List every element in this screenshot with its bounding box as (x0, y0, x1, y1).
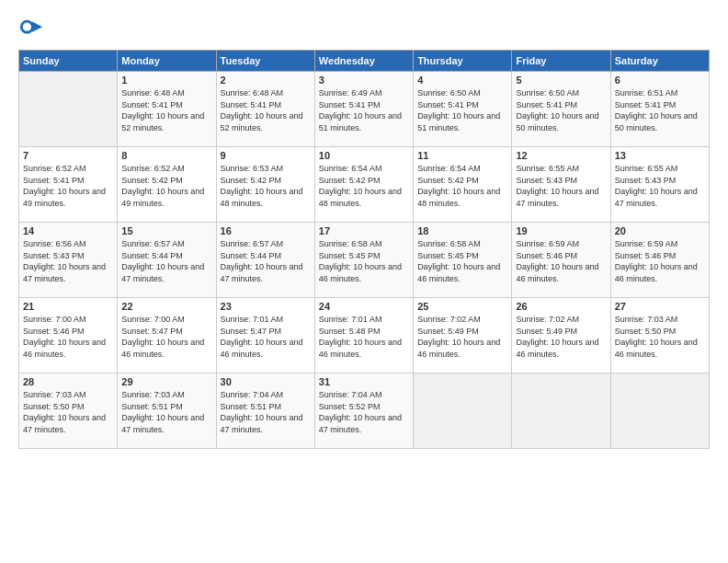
day-number: 27 (615, 301, 705, 312)
day-number: 13 (615, 150, 705, 161)
calendar-cell: 12Sunrise: 6:55 AMSunset: 5:43 PMDayligh… (512, 147, 610, 223)
day-number: 1 (121, 75, 211, 86)
day-info: Sunrise: 7:02 AMSunset: 5:49 PMDaylight:… (417, 314, 507, 360)
calendar-cell: 7Sunrise: 6:52 AMSunset: 5:41 PMDaylight… (19, 147, 118, 223)
day-info: Sunrise: 6:58 AMSunset: 5:45 PMDaylight:… (417, 238, 507, 284)
weekday-header-cell: Monday (118, 51, 216, 72)
day-info: Sunrise: 7:00 AMSunset: 5:46 PMDaylight:… (23, 314, 113, 360)
calendar-week-row: 28Sunrise: 7:03 AMSunset: 5:50 PMDayligh… (19, 373, 710, 449)
calendar-cell: 25Sunrise: 7:02 AMSunset: 5:49 PMDayligh… (414, 298, 512, 373)
weekday-header-row: SundayMondayTuesdayWednesdayThursdayFrid… (19, 51, 710, 72)
calendar-cell: 11Sunrise: 6:54 AMSunset: 5:42 PMDayligh… (414, 147, 512, 223)
weekday-header-cell: Friday (512, 51, 610, 72)
day-number: 21 (23, 301, 113, 312)
day-number: 26 (516, 301, 606, 312)
day-number: 3 (319, 75, 409, 86)
day-info: Sunrise: 7:04 AMSunset: 5:51 PMDaylight:… (221, 389, 311, 435)
calendar-cell: 17Sunrise: 6:58 AMSunset: 5:45 PMDayligh… (314, 223, 413, 298)
calendar-cell: 31Sunrise: 7:04 AMSunset: 5:52 PMDayligh… (314, 373, 413, 449)
calendar-cell: 13Sunrise: 6:55 AMSunset: 5:43 PMDayligh… (610, 147, 709, 223)
day-number: 4 (417, 75, 507, 86)
day-info: Sunrise: 6:55 AMSunset: 5:43 PMDaylight:… (516, 163, 606, 209)
day-info: Sunrise: 6:51 AMSunset: 5:41 PMDaylight:… (615, 87, 705, 133)
day-number: 2 (221, 75, 311, 86)
day-number: 10 (319, 150, 409, 161)
day-number: 17 (319, 225, 409, 236)
calendar-cell: 9Sunrise: 6:53 AMSunset: 5:42 PMDaylight… (216, 147, 314, 223)
day-number: 6 (615, 75, 705, 86)
calendar-cell: 20Sunrise: 6:59 AMSunset: 5:46 PMDayligh… (610, 223, 709, 298)
calendar-cell: 5Sunrise: 6:50 AMSunset: 5:41 PMDaylight… (512, 72, 610, 147)
calendar-cell: 28Sunrise: 7:03 AMSunset: 5:50 PMDayligh… (19, 373, 118, 449)
day-info: Sunrise: 6:56 AMSunset: 5:43 PMDaylight:… (23, 238, 113, 284)
calendar-cell: 10Sunrise: 6:54 AMSunset: 5:42 PMDayligh… (314, 147, 413, 223)
calendar-cell: 2Sunrise: 6:48 AMSunset: 5:41 PMDaylight… (216, 72, 314, 147)
weekday-header-cell: Saturday (610, 51, 709, 72)
day-info: Sunrise: 6:57 AMSunset: 5:44 PMDaylight:… (121, 238, 211, 284)
day-number: 9 (221, 150, 311, 161)
calendar-week-row: 7Sunrise: 6:52 AMSunset: 5:41 PMDaylight… (19, 147, 710, 223)
day-number: 23 (221, 301, 311, 312)
day-number: 28 (23, 376, 113, 387)
page: SundayMondayTuesdayWednesdayThursdayFrid… (0, 0, 728, 563)
calendar-cell: 19Sunrise: 6:59 AMSunset: 5:46 PMDayligh… (512, 223, 610, 298)
day-number: 11 (417, 150, 507, 161)
day-info: Sunrise: 6:54 AMSunset: 5:42 PMDaylight:… (319, 163, 409, 209)
day-info: Sunrise: 6:59 AMSunset: 5:46 PMDaylight:… (516, 238, 606, 284)
day-info: Sunrise: 7:03 AMSunset: 5:50 PMDaylight:… (615, 314, 705, 360)
day-info: Sunrise: 6:52 AMSunset: 5:41 PMDaylight:… (23, 163, 113, 209)
calendar-table: SundayMondayTuesdayWednesdayThursdayFrid… (18, 50, 710, 449)
day-info: Sunrise: 7:01 AMSunset: 5:47 PMDaylight:… (221, 314, 311, 360)
day-info: Sunrise: 7:01 AMSunset: 5:48 PMDaylight:… (319, 314, 409, 360)
day-number: 12 (516, 150, 606, 161)
day-number: 31 (319, 376, 409, 387)
svg-point-2 (23, 23, 31, 31)
day-info: Sunrise: 7:04 AMSunset: 5:52 PMDaylight:… (319, 389, 409, 435)
logo-icon (18, 17, 44, 42)
day-number: 20 (615, 225, 705, 236)
calendar-week-row: 21Sunrise: 7:00 AMSunset: 5:46 PMDayligh… (19, 298, 710, 373)
weekday-header-cell: Wednesday (314, 51, 413, 72)
weekday-header-cell: Sunday (19, 51, 118, 72)
day-number: 24 (319, 301, 409, 312)
calendar-cell: 21Sunrise: 7:00 AMSunset: 5:46 PMDayligh… (19, 298, 118, 373)
logo (18, 17, 48, 42)
calendar-cell: 4Sunrise: 6:50 AMSunset: 5:41 PMDaylight… (414, 72, 512, 147)
calendar-cell: 18Sunrise: 6:58 AMSunset: 5:45 PMDayligh… (414, 223, 512, 298)
calendar-cell: 22Sunrise: 7:00 AMSunset: 5:47 PMDayligh… (118, 298, 216, 373)
calendar-cell: 16Sunrise: 6:57 AMSunset: 5:44 PMDayligh… (216, 223, 314, 298)
calendar-cell: 26Sunrise: 7:02 AMSunset: 5:49 PMDayligh… (512, 298, 610, 373)
day-number: 29 (121, 376, 211, 387)
day-info: Sunrise: 6:50 AMSunset: 5:41 PMDaylight:… (417, 87, 507, 133)
day-number: 8 (121, 150, 211, 161)
calendar-cell: 23Sunrise: 7:01 AMSunset: 5:47 PMDayligh… (216, 298, 314, 373)
day-info: Sunrise: 6:54 AMSunset: 5:42 PMDaylight:… (417, 163, 507, 209)
day-info: Sunrise: 6:59 AMSunset: 5:46 PMDaylight:… (615, 238, 705, 284)
day-info: Sunrise: 6:53 AMSunset: 5:42 PMDaylight:… (221, 163, 311, 209)
day-info: Sunrise: 6:52 AMSunset: 5:42 PMDaylight:… (121, 163, 211, 209)
header (18, 17, 710, 42)
day-number: 7 (23, 150, 113, 161)
day-info: Sunrise: 7:00 AMSunset: 5:47 PMDaylight:… (121, 314, 211, 360)
calendar-cell (19, 72, 118, 147)
calendar-cell: 27Sunrise: 7:03 AMSunset: 5:50 PMDayligh… (610, 298, 709, 373)
day-number: 16 (221, 225, 311, 236)
calendar-cell (512, 373, 610, 449)
calendar-cell: 29Sunrise: 7:03 AMSunset: 5:51 PMDayligh… (118, 373, 216, 449)
calendar-cell: 14Sunrise: 6:56 AMSunset: 5:43 PMDayligh… (19, 223, 118, 298)
calendar-cell: 30Sunrise: 7:04 AMSunset: 5:51 PMDayligh… (216, 373, 314, 449)
calendar-cell (414, 373, 512, 449)
day-info: Sunrise: 6:48 AMSunset: 5:41 PMDaylight:… (121, 87, 211, 133)
day-info: Sunrise: 6:50 AMSunset: 5:41 PMDaylight:… (516, 87, 606, 133)
calendar-week-row: 14Sunrise: 6:56 AMSunset: 5:43 PMDayligh… (19, 223, 710, 298)
day-info: Sunrise: 6:49 AMSunset: 5:41 PMDaylight:… (319, 87, 409, 133)
day-number: 30 (221, 376, 311, 387)
calendar-cell: 8Sunrise: 6:52 AMSunset: 5:42 PMDaylight… (118, 147, 216, 223)
day-number: 18 (417, 225, 507, 236)
day-info: Sunrise: 7:03 AMSunset: 5:50 PMDaylight:… (23, 389, 113, 435)
day-info: Sunrise: 6:57 AMSunset: 5:44 PMDaylight:… (221, 238, 311, 284)
svg-marker-1 (32, 22, 42, 32)
calendar-body: 1Sunrise: 6:48 AMSunset: 5:41 PMDaylight… (19, 72, 710, 449)
weekday-header-cell: Tuesday (216, 51, 314, 72)
day-info: Sunrise: 6:58 AMSunset: 5:45 PMDaylight:… (319, 238, 409, 284)
